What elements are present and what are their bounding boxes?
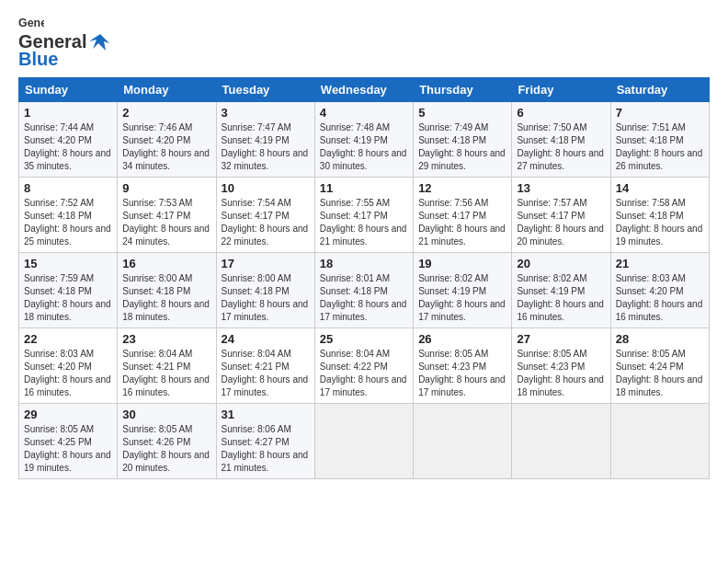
calendar-cell: 9 Sunrise: 7:53 AMSunset: 4:17 PMDayligh… <box>118 178 216 253</box>
day-info: Sunrise: 8:02 AMSunset: 4:19 PMDaylight:… <box>418 273 506 322</box>
calendar-cell: 2 Sunrise: 7:46 AMSunset: 4:20 PMDayligh… <box>118 102 216 178</box>
calendar-cell: 6 Sunrise: 7:50 AMSunset: 4:18 PMDayligh… <box>512 102 610 178</box>
day-info: Sunrise: 8:05 AMSunset: 4:25 PMDaylight:… <box>24 424 111 473</box>
day-info: Sunrise: 7:54 AMSunset: 4:17 PMDaylight:… <box>222 198 309 247</box>
day-number: 22 <box>24 332 112 346</box>
weekday-header: Thursday <box>414 78 512 102</box>
logo-blue: Blue <box>18 49 58 70</box>
day-number: 14 <box>616 181 704 195</box>
calendar-cell: 25 Sunrise: 8:04 AMSunset: 4:22 PMDaylig… <box>314 328 413 404</box>
day-number: 10 <box>222 181 310 195</box>
day-number: 23 <box>122 332 210 346</box>
weekday-header: Tuesday <box>216 78 314 102</box>
day-info: Sunrise: 8:05 AMSunset: 4:23 PMDaylight:… <box>517 349 604 397</box>
day-info: Sunrise: 8:05 AMSunset: 4:24 PMDaylight:… <box>616 349 703 397</box>
calendar-cell <box>512 404 610 479</box>
day-number: 15 <box>24 257 112 270</box>
calendar-cell: 8 Sunrise: 7:52 AMSunset: 4:18 PMDayligh… <box>19 178 118 253</box>
day-info: Sunrise: 7:58 AMSunset: 4:18 PMDaylight:… <box>616 198 703 247</box>
calendar-cell: 20 Sunrise: 8:02 AMSunset: 4:19 PMDaylig… <box>512 253 610 328</box>
day-number: 21 <box>616 257 704 270</box>
calendar-cell: 21 Sunrise: 8:03 AMSunset: 4:20 PMDaylig… <box>610 253 709 328</box>
day-number: 1 <box>24 106 112 120</box>
day-info: Sunrise: 7:50 AMSunset: 4:18 PMDaylight:… <box>517 122 604 171</box>
day-info: Sunrise: 8:04 AMSunset: 4:22 PMDaylight:… <box>320 349 407 397</box>
day-number: 27 <box>517 332 605 346</box>
page: General General Blue SundayMondayTuesday… <box>0 0 728 563</box>
calendar-cell <box>314 404 413 479</box>
day-number: 25 <box>320 332 408 346</box>
calendar-cell: 19 Sunrise: 8:02 AMSunset: 4:19 PMDaylig… <box>414 253 512 328</box>
day-number: 5 <box>418 106 506 120</box>
day-info: Sunrise: 7:51 AMSunset: 4:18 PMDaylight:… <box>616 122 703 171</box>
day-info: Sunrise: 8:04 AMSunset: 4:21 PMDaylight:… <box>122 349 210 397</box>
day-info: Sunrise: 7:56 AMSunset: 4:17 PMDaylight:… <box>418 198 506 247</box>
weekday-header: Saturday <box>610 78 709 102</box>
day-info: Sunrise: 7:55 AMSunset: 4:17 PMDaylight:… <box>320 198 407 247</box>
logo-bird-icon <box>89 32 111 52</box>
day-number: 13 <box>517 181 605 195</box>
day-info: Sunrise: 8:05 AMSunset: 4:26 PMDaylight:… <box>122 424 210 473</box>
day-info: Sunrise: 7:46 AMSunset: 4:20 PMDaylight:… <box>122 122 210 171</box>
day-info: Sunrise: 8:00 AMSunset: 4:18 PMDaylight:… <box>222 273 309 322</box>
calendar-cell: 27 Sunrise: 8:05 AMSunset: 4:23 PMDaylig… <box>512 328 610 404</box>
day-info: Sunrise: 7:59 AMSunset: 4:18 PMDaylight:… <box>24 273 111 322</box>
day-info: Sunrise: 7:52 AMSunset: 4:18 PMDaylight:… <box>24 198 111 247</box>
day-number: 26 <box>418 332 506 346</box>
day-number: 11 <box>320 181 408 195</box>
weekday-header: Monday <box>118 78 216 102</box>
logo: General General Blue <box>18 15 111 70</box>
calendar-cell <box>414 404 512 479</box>
day-info: Sunrise: 8:04 AMSunset: 4:21 PMDaylight:… <box>222 349 309 397</box>
day-number: 29 <box>24 408 112 421</box>
calendar-cell: 4 Sunrise: 7:48 AMSunset: 4:19 PMDayligh… <box>314 102 413 178</box>
day-number: 3 <box>222 106 310 120</box>
calendar-cell: 12 Sunrise: 7:56 AMSunset: 4:17 PMDaylig… <box>414 178 512 253</box>
day-info: Sunrise: 8:02 AMSunset: 4:19 PMDaylight:… <box>517 273 604 322</box>
day-info: Sunrise: 7:57 AMSunset: 4:17 PMDaylight:… <box>517 198 604 247</box>
weekday-header: Wednesday <box>314 78 413 102</box>
calendar-cell: 10 Sunrise: 7:54 AMSunset: 4:17 PMDaylig… <box>216 178 314 253</box>
day-number: 9 <box>122 181 210 195</box>
calendar: SundayMondayTuesdayWednesdayThursdayFrid… <box>18 77 710 479</box>
calendar-cell: 7 Sunrise: 7:51 AMSunset: 4:18 PMDayligh… <box>610 102 709 178</box>
header: General General Blue <box>18 15 710 70</box>
day-number: 18 <box>320 257 408 270</box>
day-info: Sunrise: 7:44 AMSunset: 4:20 PMDaylight:… <box>24 122 111 171</box>
calendar-cell: 28 Sunrise: 8:05 AMSunset: 4:24 PMDaylig… <box>610 328 709 404</box>
calendar-cell: 17 Sunrise: 8:00 AMSunset: 4:18 PMDaylig… <box>216 253 314 328</box>
day-number: 19 <box>418 257 506 270</box>
day-info: Sunrise: 7:53 AMSunset: 4:17 PMDaylight:… <box>122 198 210 247</box>
calendar-cell: 11 Sunrise: 7:55 AMSunset: 4:17 PMDaylig… <box>314 178 413 253</box>
calendar-cell: 30 Sunrise: 8:05 AMSunset: 4:26 PMDaylig… <box>118 404 216 479</box>
calendar-cell: 1 Sunrise: 7:44 AMSunset: 4:20 PMDayligh… <box>19 102 118 178</box>
calendar-cell: 3 Sunrise: 7:47 AMSunset: 4:19 PMDayligh… <box>216 102 314 178</box>
weekday-header: Sunday <box>19 78 118 102</box>
day-number: 24 <box>222 332 310 346</box>
logo-icon: General <box>18 15 44 31</box>
calendar-cell: 29 Sunrise: 8:05 AMSunset: 4:25 PMDaylig… <box>19 404 118 479</box>
day-number: 2 <box>122 106 210 120</box>
svg-text:General: General <box>18 17 44 29</box>
calendar-cell: 23 Sunrise: 8:04 AMSunset: 4:21 PMDaylig… <box>118 328 216 404</box>
day-number: 16 <box>122 257 210 270</box>
day-number: 30 <box>122 408 210 421</box>
day-info: Sunrise: 7:47 AMSunset: 4:19 PMDaylight:… <box>222 122 309 171</box>
day-number: 4 <box>320 106 408 120</box>
day-number: 7 <box>616 106 704 120</box>
day-number: 28 <box>616 332 704 346</box>
calendar-cell: 18 Sunrise: 8:01 AMSunset: 4:18 PMDaylig… <box>314 253 413 328</box>
day-info: Sunrise: 8:00 AMSunset: 4:18 PMDaylight:… <box>122 273 210 322</box>
day-number: 12 <box>418 181 506 195</box>
calendar-cell: 16 Sunrise: 8:00 AMSunset: 4:18 PMDaylig… <box>118 253 216 328</box>
day-info: Sunrise: 8:03 AMSunset: 4:20 PMDaylight:… <box>616 273 703 322</box>
day-info: Sunrise: 7:48 AMSunset: 4:19 PMDaylight:… <box>320 122 407 171</box>
day-number: 31 <box>222 408 310 421</box>
calendar-cell: 5 Sunrise: 7:49 AMSunset: 4:18 PMDayligh… <box>414 102 512 178</box>
svg-marker-1 <box>89 34 109 51</box>
day-info: Sunrise: 8:01 AMSunset: 4:18 PMDaylight:… <box>320 273 407 322</box>
day-info: Sunrise: 7:49 AMSunset: 4:18 PMDaylight:… <box>418 122 506 171</box>
weekday-header: Friday <box>512 78 610 102</box>
calendar-cell <box>610 404 709 479</box>
calendar-cell: 13 Sunrise: 7:57 AMSunset: 4:17 PMDaylig… <box>512 178 610 253</box>
